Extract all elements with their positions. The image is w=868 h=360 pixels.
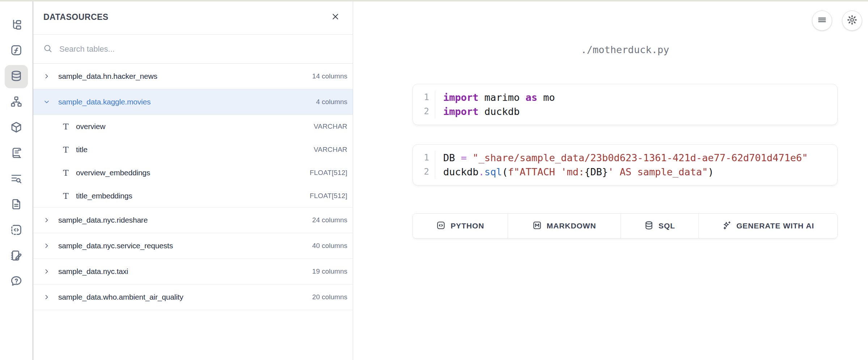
scratchpad-code-icon — [10, 223, 23, 238]
line-number: 2 — [413, 165, 429, 179]
column-count: 19 columns — [312, 267, 347, 275]
table-name: sample_data.nyc.rideshare — [58, 216, 148, 224]
column-name: title_embeddings — [76, 192, 132, 200]
sidebar-item-file-explorer[interactable] — [5, 14, 28, 37]
column-type: FLOAT[512] — [310, 169, 347, 177]
sidebar-item-packages[interactable] — [5, 116, 28, 140]
column-row[interactable]: T overview VARCHAR — [33, 115, 353, 138]
sidebar-item-dependency-graph[interactable] — [5, 91, 28, 114]
table-row[interactable]: sample_data.who.ambient_air_quality 20 c… — [33, 284, 353, 310]
chevron-right-icon — [43, 242, 50, 249]
column-row[interactable]: T title_embeddings FLOAT[512] — [33, 184, 353, 207]
sidebar-item-variables[interactable] — [5, 39, 28, 63]
file-explorer-icon — [10, 18, 23, 33]
dependency-graph-icon — [10, 95, 23, 110]
help-icon — [10, 275, 23, 289]
line-numbers: 1 2 — [413, 151, 435, 179]
database-icon — [644, 220, 659, 232]
outline-search-icon — [10, 172, 23, 187]
settings-button[interactable] — [842, 10, 862, 31]
sidebar-item-notepad[interactable] — [5, 245, 28, 268]
gear-icon — [847, 14, 858, 27]
variables-icon — [10, 44, 23, 58]
notepad-icon — [10, 249, 23, 263]
code-cell[interactable]: 1 2 import marimo as mo import duckdb — [412, 84, 838, 125]
column-count: 20 columns — [312, 293, 347, 301]
add-button-label: SQL — [659, 222, 675, 230]
notebook-area: ./motherduck.py 1 2 import marimo as mo … — [353, 0, 868, 360]
search-row — [33, 35, 353, 64]
sidebar-item-scratchpad-code[interactable] — [5, 219, 28, 242]
table-name: sample_data.hn.hacker_news — [58, 72, 157, 81]
column-row[interactable]: T overview_embeddings FLOAT[512] — [33, 161, 353, 184]
add-python-cell-button[interactable]: PYTHON — [413, 214, 508, 238]
packages-icon — [10, 121, 23, 135]
sidebar-item-datasources[interactable] — [5, 65, 28, 88]
add-button-label: MARKDOWN — [547, 222, 596, 230]
column-name: title — [76, 145, 88, 154]
add-button-label: GENERATE WITH AI — [736, 222, 814, 230]
column-type: VARCHAR — [314, 123, 347, 130]
table-row[interactable]: sample_data.hn.hacker_news 14 columns — [33, 64, 353, 89]
line-numbers: 1 2 — [413, 90, 435, 119]
code-editor[interactable]: DB = "_share/sample_data/23b0d623-1361-4… — [435, 151, 808, 179]
table-row[interactable]: sample_data.nyc.service_requests 40 colu… — [33, 233, 353, 259]
column-count: 24 columns — [312, 216, 347, 224]
markdown-icon — [532, 220, 547, 232]
code-editor[interactable]: import marimo as mo import duckdb — [435, 90, 555, 119]
table-row-selected[interactable]: sample_data.kaggle.movies 4 columns — [33, 89, 353, 115]
logs-icon — [10, 146, 23, 161]
close-icon — [331, 12, 340, 22]
table-row[interactable]: sample_data.nyc.rideshare 24 columns — [33, 207, 353, 233]
datasources-icon — [10, 69, 23, 84]
column-name: overview — [76, 122, 105, 131]
datasources-panel: DATASOURCES sample_data.hn.hacker_news 1… — [33, 0, 353, 360]
column-type: FLOAT[512] — [310, 192, 347, 200]
add-cell-bar: PYTHON MARKDOWN SQL GENERATE WITH AI — [412, 213, 838, 239]
search-input[interactable] — [59, 44, 343, 54]
table-name: sample_data.nyc.taxi — [58, 267, 128, 276]
table-row[interactable]: sample_data.nyc.taxi 19 columns — [33, 259, 353, 284]
table-name: sample_data.kaggle.movies — [58, 98, 151, 106]
code-cell[interactable]: 1 2 DB = "_share/sample_data/23b0d623-13… — [412, 144, 838, 185]
text-type-icon: T — [61, 168, 71, 177]
search-icon — [43, 43, 53, 55]
column-name: overview_embeddings — [76, 168, 150, 177]
sidebar-item-help[interactable] — [5, 270, 28, 293]
menu-icon — [817, 14, 827, 27]
notebook-menu-button[interactable] — [812, 10, 832, 31]
line-number: 2 — [413, 104, 429, 119]
sidebar-item-snippets[interactable] — [5, 193, 28, 217]
line-number: 1 — [413, 151, 429, 165]
datasources-panel-header: DATASOURCES — [33, 0, 353, 35]
text-type-icon: T — [61, 122, 71, 131]
column-row[interactable]: T title VARCHAR — [33, 138, 353, 161]
sparkles-icon — [722, 220, 736, 232]
generate-with-ai-button[interactable]: GENERATE WITH AI — [699, 214, 837, 238]
top-actions — [812, 10, 862, 31]
notebook-filename[interactable]: ./motherduck.py — [412, 44, 838, 55]
add-markdown-cell-button[interactable]: MARKDOWN — [508, 214, 621, 238]
table-name: sample_data.who.ambient_air_quality — [58, 293, 183, 301]
column-count: 14 columns — [312, 72, 347, 80]
code-line: DB = "_share/sample_data/23b0d623-1361-4… — [443, 151, 808, 165]
window-top-strip — [0, 0, 868, 1]
column-type: VARCHAR — [314, 146, 347, 154]
column-count: 4 columns — [316, 98, 347, 106]
chevron-right-icon — [43, 293, 50, 301]
sidebar-item-logs[interactable] — [5, 142, 28, 165]
text-type-icon: T — [61, 191, 71, 201]
sidebar-item-outline-search[interactable] — [5, 168, 28, 191]
add-button-label: PYTHON — [450, 222, 484, 230]
code-line: import duckdb — [443, 104, 555, 119]
column-count: 40 columns — [312, 242, 347, 250]
code-line: duckdb.sql(f"ATTACH 'md:{DB}' AS sample_… — [443, 165, 808, 179]
chevron-right-icon — [43, 268, 50, 275]
code-line: import marimo as mo — [443, 90, 555, 104]
chevron-right-icon — [43, 73, 50, 80]
chevron-right-icon — [43, 217, 50, 224]
add-sql-cell-button[interactable]: SQL — [621, 214, 699, 238]
snippets-icon — [10, 198, 23, 212]
close-panel-button[interactable] — [328, 10, 343, 25]
panel-title: DATASOURCES — [43, 12, 109, 22]
